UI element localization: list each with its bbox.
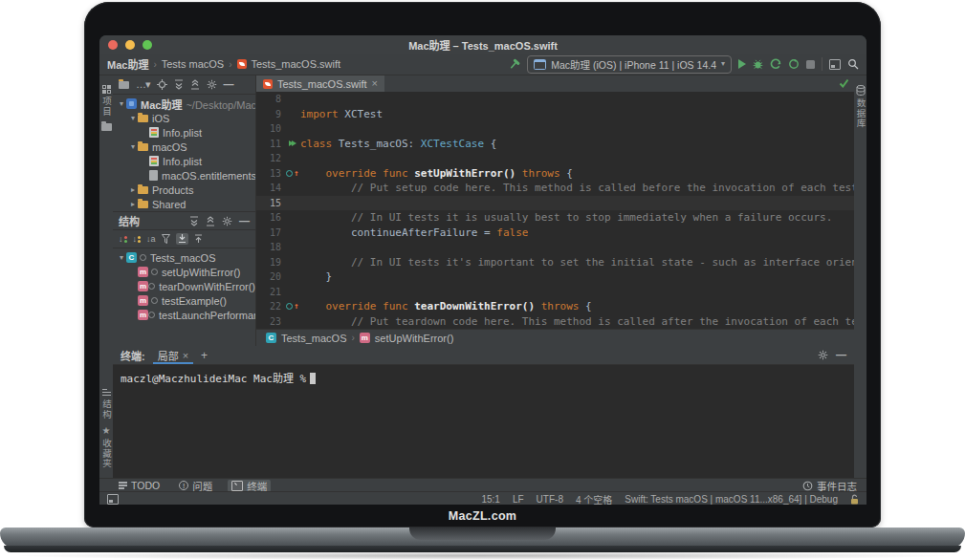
- code-line[interactable]: 13↑ override func setUpWithError() throw…: [256, 166, 854, 182]
- terminal-output[interactable]: maczl@MaczhulideiMac Mac助理 %: [113, 365, 854, 390]
- hide-icon[interactable]: —: [224, 79, 234, 90]
- code-line[interactable]: 22↑ override func tearDownWithError() th…: [256, 299, 854, 314]
- line-number[interactable]: 9: [256, 107, 285, 122]
- debug-icon[interactable]: [753, 59, 763, 70]
- code-line[interactable]: 8: [256, 92, 854, 107]
- tool-window-bar-item[interactable]: TODO: [115, 480, 164, 492]
- chevron-down-icon[interactable]: ▾: [128, 114, 138, 122]
- line-number[interactable]: 16: [256, 210, 285, 226]
- collapse-all-icon[interactable]: [190, 79, 200, 90]
- line-number[interactable]: 11: [256, 137, 285, 152]
- close-icon[interactable]: ×: [183, 350, 188, 361]
- line-number[interactable]: 15: [256, 196, 285, 211]
- code-line[interactable]: 17 continueAfterFailure = false: [256, 226, 854, 241]
- tree-item[interactable]: ▸Shared: [113, 197, 255, 211]
- code-line[interactable]: 18: [256, 240, 854, 255]
- line-number[interactable]: 13: [256, 166, 285, 182]
- code-line[interactable]: 20 }: [256, 269, 854, 285]
- run-class-icon[interactable]: [285, 137, 300, 152]
- tree-item[interactable]: mtestExample(): [113, 293, 255, 308]
- tool-window-button[interactable]: 项目: [99, 85, 113, 117]
- code-line[interactable]: 9import XCTest: [256, 107, 854, 122]
- search-icon[interactable]: [847, 58, 859, 70]
- line-number[interactable]: 10: [256, 121, 285, 137]
- status-item[interactable]: UTF-8: [537, 494, 563, 505]
- status-item[interactable]: 4 个空格: [576, 492, 612, 506]
- sort-default-icon[interactable]: ↓: [133, 235, 142, 244]
- tree-item[interactable]: macOS.entitlements: [113, 168, 255, 183]
- chevron-right-icon[interactable]: ▸: [128, 200, 138, 208]
- status-item[interactable]: Swift: Tests macOS | macOS 11...x86_64] …: [625, 494, 838, 505]
- chevron-down-icon[interactable]: ▾: [117, 99, 126, 108]
- line-number[interactable]: 12: [256, 151, 285, 166]
- tool-window-button[interactable]: 结构: [99, 389, 113, 420]
- line-number[interactable]: 18: [256, 240, 285, 255]
- editor-tab[interactable]: Tests_macOS.swift ×: [256, 75, 384, 92]
- window-tool-icon[interactable]: [107, 494, 119, 505]
- code-line[interactable]: 12: [256, 151, 854, 166]
- expand-all-icon[interactable]: [189, 216, 199, 226]
- tree-item[interactable]: ▾CTests_macOS: [113, 250, 255, 265]
- override-icon[interactable]: ↑: [285, 299, 300, 314]
- sort-by-visibility-icon[interactable]: ↓: [119, 235, 127, 244]
- settings-icon[interactable]: [207, 79, 217, 90]
- hide-icon[interactable]: —: [836, 350, 846, 360]
- chevron-down-icon[interactable]: ▾: [128, 142, 138, 151]
- code-line[interactable]: 14 // Put setup code here. This method i…: [256, 181, 854, 196]
- line-number[interactable]: 19: [256, 255, 285, 270]
- more-icon[interactable]: …▾: [136, 79, 150, 90]
- editor-breadcrumb-item[interactable]: setUpWithError(): [375, 333, 454, 344]
- tree-item[interactable]: msetUpWithError(): [113, 265, 255, 279]
- code-area[interactable]: 89import XCTest1011class Tests_macOS: XC…: [256, 92, 854, 330]
- line-number[interactable]: 14: [256, 181, 285, 196]
- code-line[interactable]: 19 // In UI tests it's important to set …: [256, 255, 854, 270]
- line-number[interactable]: 23: [256, 314, 285, 330]
- status-item[interactable]: 15:1: [481, 494, 499, 505]
- code-line[interactable]: 11class Tests_macOS: XCTestCase {: [256, 137, 854, 152]
- filter-icon[interactable]: [162, 234, 170, 244]
- title-bar[interactable]: Mac助理 – Tests_macOS.swift: [99, 35, 866, 54]
- breadcrumb-item[interactable]: Tests_macOS.swift: [252, 58, 341, 70]
- code-line[interactable]: 21: [256, 285, 854, 300]
- tool-window-bar-item[interactable]: 终端: [228, 480, 271, 492]
- line-number[interactable]: 22: [256, 299, 285, 314]
- code-line[interactable]: 23 // Put teardown code here. This metho…: [256, 314, 854, 330]
- hammer-icon[interactable]: [508, 58, 520, 71]
- tool-window-button[interactable]: 数据库: [854, 85, 867, 129]
- tree-item[interactable]: mtearDownWithError(): [113, 279, 255, 293]
- tool-window-button[interactable]: [101, 123, 112, 131]
- hide-icon[interactable]: —: [239, 216, 250, 226]
- tree-item[interactable]: ▾macOS: [113, 140, 255, 154]
- tree-item[interactable]: ▾iOS: [113, 111, 255, 125]
- tree-item[interactable]: Info.plist: [113, 154, 255, 168]
- settings-icon[interactable]: [222, 216, 232, 226]
- stop-icon[interactable]: [806, 60, 815, 69]
- line-number[interactable]: 17: [256, 226, 285, 241]
- settings-icon[interactable]: [818, 350, 828, 360]
- scroll-to-source-icon[interactable]: [176, 233, 188, 245]
- line-number[interactable]: 20: [256, 269, 285, 285]
- chevron-down-icon[interactable]: ▾: [117, 253, 126, 262]
- terminal-tab[interactable]: 局部 ×: [153, 346, 193, 364]
- tree-item[interactable]: Info.plist: [113, 125, 255, 140]
- chevron-right-icon[interactable]: ▸: [128, 185, 138, 194]
- profile-icon[interactable]: [770, 58, 781, 70]
- code-line[interactable]: 16 // In UI tests it is usually best to …: [256, 210, 854, 226]
- lock-icon[interactable]: [850, 494, 859, 505]
- editor-breadcrumb-item[interactable]: Tests_macOS: [281, 333, 346, 344]
- scroll-from-source-icon[interactable]: [194, 234, 203, 244]
- breadcrumb-item[interactable]: Mac助理: [107, 56, 148, 72]
- run-configuration-select[interactable]: Mac助理 (iOS) | iPhone 11 | iOS 14.4▾: [527, 55, 732, 74]
- expand-all-icon[interactable]: [174, 79, 184, 90]
- breadcrumb-item[interactable]: Tests macOS: [162, 58, 224, 70]
- new-terminal-session-icon[interactable]: +: [201, 349, 208, 362]
- close-tab-icon[interactable]: ×: [372, 78, 378, 89]
- select-opened-file-icon[interactable]: [119, 81, 129, 89]
- line-number[interactable]: 8: [256, 92, 285, 107]
- run-icon[interactable]: [738, 59, 746, 69]
- sort-alpha-icon[interactable]: ↓a: [146, 235, 156, 244]
- tree-item[interactable]: ▾Mac助理~/Desktop/Mac助理: [113, 97, 255, 111]
- inspections-ok-icon[interactable]: [839, 78, 849, 88]
- tool-windows-icon[interactable]: [829, 59, 841, 70]
- tool-window-button[interactable]: ★收藏夹: [99, 426, 113, 469]
